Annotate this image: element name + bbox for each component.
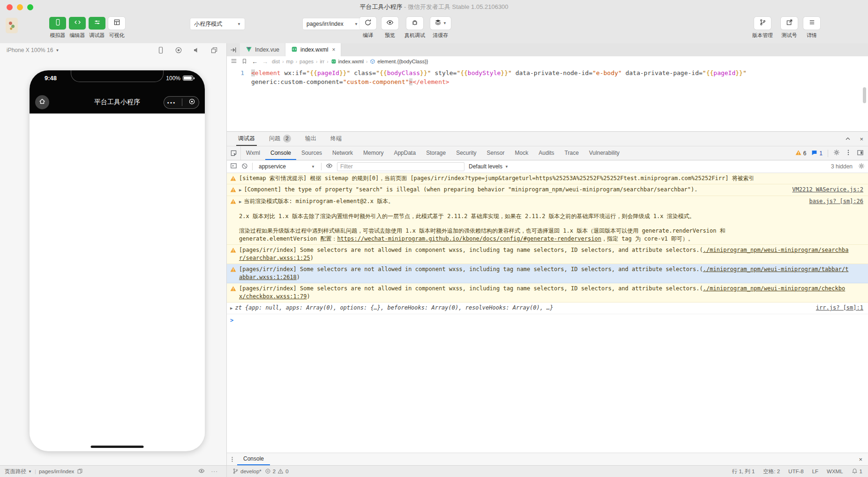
console-message[interactable]: ▶zt {app: null, apps: Array(0), options:… (227, 303, 868, 314)
clear-cache-button[interactable]: ▼ 清缓存 (430, 17, 451, 39)
copy-path-icon[interactable] (77, 468, 83, 475)
multi-window-icon[interactable] (210, 46, 218, 54)
indent-setting[interactable]: 空格: 2 (763, 468, 780, 475)
tab-index-wxml[interactable]: index.wxml × (285, 43, 341, 56)
console-message[interactable]: [sitemap 索引情况提示] 根据 sitemap 的规则[0]，当前页面 … (227, 173, 868, 184)
page-path-select[interactable]: 页面路径▼ (5, 468, 32, 475)
screen-record-icon[interactable] (175, 46, 182, 54)
close-tab-icon[interactable]: × (332, 46, 335, 53)
page-select[interactable]: pages/irr/index▼ (302, 18, 362, 30)
drawer-tab[interactable]: 问题2 (267, 132, 293, 146)
console-message[interactable]: [pages/irr/index] Some selectors are not… (227, 245, 868, 264)
devtools-tab-network[interactable]: Network (327, 146, 358, 160)
expand-arrow-icon[interactable]: ▶ (239, 188, 241, 192)
more-actions-icon[interactable]: ··· (211, 469, 218, 474)
editor-toggle-button[interactable]: 编辑器 (68, 17, 87, 39)
breadcrumb[interactable]: dist›mp›pages›irr›index.wxml›element.{{b… (272, 59, 428, 64)
code-editor[interactable]: 1 <element wx:if="{{pageId}}" class="{{b… (227, 67, 868, 86)
goto-file-icon[interactable] (227, 43, 240, 56)
phone-simulator[interactable]: 9:48 100% 平台工具小程序 ●●● (30, 70, 205, 451)
nav-forward-icon[interactable]: → (262, 58, 268, 65)
drawer-console-tab[interactable]: Console (237, 453, 270, 465)
inspect-element-icon[interactable] (227, 146, 241, 160)
source-location-link[interactable]: irr.js? [sm]:1 (809, 304, 863, 312)
devtools-tab-sensor[interactable]: Sensor (482, 146, 510, 160)
minimize-window-button[interactable] (17, 4, 23, 10)
source-location-link[interactable]: base.js? [sm]:26 (802, 197, 863, 205)
console-log-area[interactable]: [sitemap 索引情况提示] 根据 sitemap 的规则[0]，当前页面 … (227, 173, 868, 453)
eol-setting[interactable]: LF (812, 469, 818, 474)
devtools-settings-gear-icon[interactable] (833, 149, 840, 157)
dock-side-icon[interactable] (857, 149, 864, 158)
drawer-tab[interactable]: 输出 (303, 132, 318, 146)
devtools-tab-memory[interactable]: Memory (358, 146, 389, 160)
outline-list-icon[interactable] (231, 58, 237, 65)
console-message[interactable]: ▶当前渲染模式版本: miniprogram-element@2.x 版本。2.… (227, 196, 868, 245)
exit-target-icon[interactable] (188, 98, 195, 107)
devtools-tab-security[interactable]: Security (451, 146, 481, 160)
console-warning-count[interactable]: 6 (795, 150, 807, 157)
drawer-close-icon[interactable]: × (853, 453, 868, 465)
hidden-messages-count[interactable]: 3 hidden (831, 163, 853, 170)
cursor-position[interactable]: 行 1, 列 1 (732, 468, 755, 475)
breadcrumb-item[interactable]: irr (320, 59, 324, 64)
drawer-handle-dots-icon[interactable] (227, 453, 237, 465)
console-message[interactable]: [pages/irr/index] Some selectors are not… (227, 283, 868, 303)
devtools-tab-audits[interactable]: Audits (533, 146, 559, 160)
device-select[interactable]: iPhone X 100% 16▼ (7, 47, 59, 53)
more-dots-icon[interactable]: ●●● (167, 101, 176, 104)
breadcrumb-item[interactable]: dist (272, 59, 280, 64)
devtools-tab-console[interactable]: Console (265, 146, 296, 160)
preview-button[interactable]: 预览 (381, 17, 399, 39)
expand-arrow-icon[interactable]: ▶ (239, 199, 241, 204)
git-branch-indicator[interactable]: develop* (232, 468, 262, 475)
console-filter-input[interactable] (337, 162, 464, 171)
execution-context-select[interactable]: appservice▼ (257, 163, 317, 170)
breadcrumb-item[interactable]: pages (299, 59, 314, 64)
log-levels-select[interactable]: Default levels▼ (469, 163, 509, 170)
collapse-panel-icon[interactable] (845, 136, 851, 142)
devtools-tab-mock[interactable]: Mock (510, 146, 534, 160)
close-window-button[interactable] (7, 4, 13, 10)
problems-indicator[interactable]: 2 0 (265, 468, 289, 475)
devtools-tab-storage[interactable]: Storage (421, 146, 451, 160)
devtools-tab-wxml[interactable]: Wxml (241, 146, 265, 160)
simulator-toggle-button[interactable]: 模拟器 (48, 17, 67, 39)
encoding-setting[interactable]: UTF-8 (788, 469, 804, 474)
debugger-toggle-button[interactable]: 调试器 (88, 17, 106, 39)
capsule-menu[interactable]: ●●● (164, 96, 199, 109)
bookmark-icon[interactable] (241, 58, 247, 65)
notifications-bell[interactable]: 1 (852, 468, 862, 475)
drawer-tab[interactable]: 终端 (329, 132, 344, 146)
tab-index-vue[interactable]: Index.vue (240, 43, 285, 56)
doc-link[interactable]: https://wechat-miniprogram.github.io/kbo… (337, 235, 601, 242)
console-message-count[interactable]: 1 (811, 150, 823, 157)
breadcrumb-item[interactable]: element.{{bodyClass}} (370, 59, 428, 64)
zoom-window-button[interactable] (27, 4, 33, 10)
nav-back-icon[interactable]: ← (252, 58, 258, 65)
source-location-link[interactable]: VM2212 WAService.js:2 (786, 186, 863, 194)
remote-debug-button[interactable]: 真机调试 (403, 17, 427, 39)
device-frame-icon[interactable] (157, 46, 165, 54)
compile-button[interactable]: 编译 (359, 17, 377, 39)
breadcrumb-item[interactable]: mp (286, 59, 293, 64)
clear-console-icon[interactable] (241, 163, 248, 171)
devtools-tab-trace[interactable]: Trace (560, 146, 584, 160)
close-panel-icon[interactable]: × (860, 136, 863, 143)
watch-eye-icon[interactable] (198, 468, 205, 475)
mode-select[interactable]: 小程序模式▼ (190, 18, 245, 30)
console-message[interactable]: [pages/irr/index] Some selectors are not… (227, 264, 868, 283)
console-prompt[interactable]: > (227, 314, 868, 326)
console-sidebar-toggle-icon[interactable] (230, 162, 237, 171)
devtools-tab-appdata[interactable]: AppData (389, 146, 421, 160)
sound-icon[interactable] (193, 46, 200, 54)
expand-arrow-icon[interactable]: ▶ (230, 306, 232, 310)
drawer-tab[interactable]: 调试器 (236, 132, 257, 146)
devtools-tab-sources[interactable]: Sources (296, 146, 327, 160)
devtools-tab-vulnerability[interactable]: Vulnerability (584, 146, 625, 160)
devtools-menu-dots-icon[interactable] (845, 149, 852, 157)
visualization-toggle-button[interactable]: 可视化 (107, 17, 126, 39)
phone-page-body[interactable] (30, 114, 205, 448)
breadcrumb-item[interactable]: index.wxml (331, 59, 364, 64)
version-management-button[interactable]: 版本管理 (749, 17, 776, 39)
